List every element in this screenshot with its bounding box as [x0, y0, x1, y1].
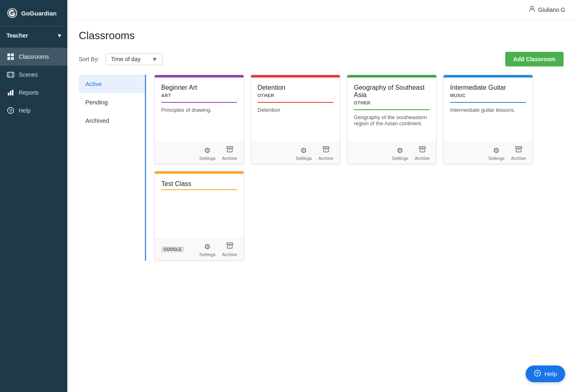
card-settings-action[interactable]: ⚙ Settings — [200, 242, 216, 257]
left-nav-item-archived[interactable]: Archived — [79, 111, 145, 130]
archive-icon — [515, 146, 522, 155]
classroom-card[interactable]: Geography of Southeast Asia Other Geogra… — [347, 75, 437, 164]
sidebar-item-label-classrooms: Classrooms — [19, 53, 49, 60]
left-nav-item-active[interactable]: Active — [79, 75, 145, 93]
help-fab-icon: ? — [534, 370, 541, 378]
sidebar-item-classrooms[interactable]: Classrooms — [0, 48, 67, 66]
svg-rect-13 — [226, 147, 233, 148]
help-fab[interactable]: ? Help — [526, 365, 565, 382]
left-nav-item-pending[interactable]: Pending — [79, 93, 145, 111]
card-title: Beginner Art — [161, 84, 237, 91]
settings-label: Settings — [488, 156, 505, 161]
card-subject: Music — [450, 93, 526, 98]
sidebar-item-help[interactable]: ? Help — [0, 102, 67, 120]
classroom-card[interactable]: Test Class GOOGLE ⚙ Settings — [154, 171, 244, 261]
card-body: Geography of Southeast Asia Other Geogra… — [347, 78, 436, 142]
card-archive-action[interactable]: Archive — [318, 146, 333, 161]
card-divider — [450, 102, 526, 103]
help-circle-icon: ? — [7, 106, 15, 115]
card-divider — [161, 189, 237, 190]
svg-rect-8 — [10, 91, 11, 95]
card-settings-action[interactable]: ⚙ Settings — [200, 146, 216, 161]
svg-text:?: ? — [536, 371, 539, 376]
sidebar-item-label-help: Help — [19, 107, 31, 114]
sidebar-logo: GoGuardian — [0, 0, 67, 27]
settings-label: Settings — [296, 156, 312, 161]
bar-chart-icon — [7, 89, 15, 97]
teacher-role[interactable]: Teacher ▾ — [0, 27, 67, 44]
svg-rect-17 — [226, 243, 233, 245]
topbar: Giuliano G — [67, 0, 575, 20]
card-settings-action[interactable]: ⚙ Settings — [488, 146, 505, 161]
card-title: Test Class — [161, 180, 237, 188]
film-icon — [7, 71, 15, 79]
svg-rect-15 — [419, 147, 425, 148]
settings-label: Settings — [200, 156, 216, 161]
card-archive-action[interactable]: Archive — [222, 242, 237, 257]
sort-value: Time of day — [111, 56, 141, 62]
sort-select[interactable]: Time of day ▼ — [106, 53, 163, 65]
classrooms-layout: Active Pending Archived Beginner Art Art… — [79, 75, 564, 261]
svg-rect-14 — [323, 147, 329, 148]
svg-rect-9 — [12, 90, 13, 95]
settings-label: Settings — [200, 252, 216, 257]
card-divider — [258, 102, 333, 103]
sidebar-item-reports[interactable]: Reports — [0, 84, 67, 102]
main-content: Giuliano G Classrooms Sort By: Time of d… — [67, 0, 575, 392]
archive-label: Archive — [415, 156, 430, 161]
card-description: Geography of the southeastern region of … — [354, 114, 430, 135]
goguardian-logo-icon — [7, 7, 18, 19]
card-settings-action[interactable]: ⚙ Settings — [296, 146, 312, 161]
cards-area: Beginner Art Art Principles of drawing. … — [146, 75, 564, 261]
classroom-card[interactable]: Detention Other Detention ⚙ Settings — [251, 75, 340, 164]
card-archive-action[interactable]: Archive — [222, 146, 237, 161]
svg-rect-4 — [7, 72, 14, 77]
archive-icon — [419, 146, 426, 155]
archive-icon — [226, 242, 233, 251]
archive-label: Archive — [222, 252, 237, 257]
card-body: Beginner Art Art Principles of drawing. — [155, 78, 244, 142]
left-nav: Active Pending Archived — [79, 75, 146, 261]
card-footer: ⚙ Settings Archive — [347, 142, 436, 164]
svg-rect-0 — [7, 53, 10, 56]
card-title: Detention — [258, 84, 333, 91]
card-body: Detention Other Detention — [251, 78, 340, 142]
google-badge: GOOGLE — [161, 246, 184, 252]
card-archive-action[interactable]: Archive — [511, 146, 526, 161]
filter-row: Sort By: Time of day ▼ Add Classroom — [79, 52, 564, 66]
svg-rect-16 — [515, 147, 522, 148]
chevron-down-icon: ▾ — [58, 32, 61, 39]
add-classroom-button[interactable]: Add Classroom — [505, 52, 564, 66]
archive-icon — [226, 146, 233, 155]
card-settings-action[interactable]: ⚙ Settings — [392, 146, 408, 161]
settings-icon: ⚙ — [300, 146, 307, 155]
archive-label: Archive — [222, 156, 237, 161]
card-description — [161, 194, 237, 232]
classroom-card[interactable]: Intermediate Guitar Music Intermediate g… — [443, 75, 533, 164]
card-subject: Art — [161, 93, 237, 98]
svg-rect-3 — [11, 57, 14, 60]
sort-label: Sort By: — [79, 56, 99, 62]
card-description: Principles of drawing. — [161, 107, 237, 135]
content-area: Classrooms Sort By: Time of day ▼ Add Cl… — [67, 20, 575, 392]
svg-rect-7 — [8, 93, 9, 95]
card-archive-action[interactable]: Archive — [415, 146, 430, 161]
card-description: Intermediate guitar lessons. — [450, 107, 526, 135]
brand-name: GoGuardian — [21, 10, 57, 17]
svg-rect-1 — [11, 53, 14, 56]
chevron-down-icon: ▼ — [152, 56, 158, 62]
settings-icon: ⚙ — [204, 146, 211, 155]
help-fab-label: Help — [544, 370, 557, 377]
card-subject: Other — [354, 100, 430, 105]
archive-icon — [322, 146, 330, 155]
archive-label: Archive — [511, 156, 526, 161]
classroom-card[interactable]: Beginner Art Art Principles of drawing. … — [154, 75, 244, 164]
card-description: Detention — [258, 107, 333, 135]
card-title: Intermediate Guitar — [450, 84, 526, 91]
sidebar-item-scenes[interactable]: Scenes — [0, 66, 67, 84]
card-title: Geography of Southeast Asia — [354, 84, 430, 99]
username: Giuliano G — [538, 7, 565, 13]
page-title: Classrooms — [79, 29, 564, 42]
svg-rect-2 — [7, 57, 10, 60]
settings-icon: ⚙ — [397, 146, 403, 155]
